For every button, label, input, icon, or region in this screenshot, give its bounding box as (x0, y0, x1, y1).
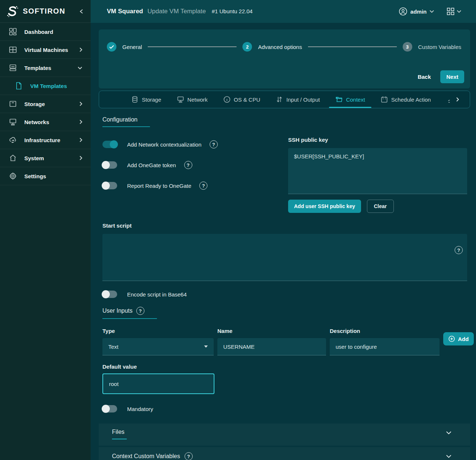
add-user-ssh-key-button[interactable]: Add user SSH public key (288, 200, 361, 213)
configuration-section-title: Configuration (102, 116, 150, 127)
sidebar-item-vm-templates[interactable]: VM Templates (0, 77, 91, 95)
system-icon (9, 154, 17, 162)
avatar-icon (399, 7, 407, 16)
user-inputs-section-title: User Inputs (102, 307, 157, 319)
networks-icon (9, 118, 17, 126)
start-script-textarea[interactable] (102, 234, 467, 281)
help-icon[interactable] (199, 182, 207, 190)
chevron-right-icon (79, 101, 83, 106)
step-general[interactable]: General (107, 42, 142, 52)
sidebar-item-label: Networks (24, 119, 49, 125)
context-tabs: Storage Network OS & CPU (99, 91, 470, 108)
sidebar-item-dashboard[interactable]: Dashboard (0, 23, 91, 41)
step-label: General (122, 44, 142, 50)
sidebar-item-label: Infrastructure (24, 137, 60, 143)
toggle-label: Encode script in Base64 (127, 291, 187, 298)
sidebar-item-label: Settings (24, 173, 46, 179)
step-custom-variables[interactable]: 3 Custom Variables (403, 42, 461, 52)
user-menu[interactable]: admin (399, 7, 434, 16)
softiron-logo-icon (6, 5, 19, 18)
apps-grid-icon (447, 7, 455, 15)
description-input[interactable] (330, 338, 440, 355)
tab-label: Schedule Action (391, 96, 431, 103)
sidebar-item-networks[interactable]: Networks (0, 113, 91, 131)
type-select-value: Text (108, 344, 119, 350)
toggle-switch[interactable] (102, 291, 117, 298)
tab-storage[interactable]: Storage (123, 91, 169, 108)
file-icon (15, 82, 23, 90)
resource-id: #1 Ubuntu 22.04 (212, 8, 253, 14)
help-icon[interactable] (210, 140, 218, 148)
toggle-add-onegate-token[interactable]: Add OneGate token (102, 161, 288, 169)
sidebar-collapse-icon[interactable] (80, 9, 83, 14)
toggle-switch[interactable] (102, 161, 117, 169)
breadcrumb: VM Squared Update VM Template #1 Ubuntu … (107, 8, 253, 15)
default-value-input[interactable] (102, 373, 214, 394)
toggle-mandatory[interactable]: Mandatory (102, 405, 467, 412)
toggle-switch[interactable] (102, 405, 117, 412)
sidebar-item-storage[interactable]: Storage (0, 95, 91, 113)
plus-circle-icon (448, 336, 455, 342)
toggle-encode-base64[interactable]: Encode script in Base64 (102, 291, 467, 298)
sidebar-item-label: Dashboard (24, 29, 53, 35)
toggle-add-network-contextualization[interactable]: Add Network contextualization (102, 140, 288, 148)
add-user-input-button[interactable]: Add (443, 332, 474, 345)
toggle-switch[interactable] (102, 141, 117, 148)
sidebar-item-label: Storage (24, 101, 45, 107)
chevron-down-icon[interactable] (446, 454, 452, 458)
monitor-icon (177, 96, 184, 103)
tab-label: OS & CPU (234, 96, 260, 103)
chevron-down-icon (457, 10, 461, 13)
sidebar-item-virtual-machines[interactable]: Virtual Machines (0, 41, 91, 59)
tab-context[interactable]: Context (328, 91, 373, 108)
help-icon[interactable] (184, 161, 192, 169)
name-label: Name (217, 328, 326, 334)
app-title: VM Squared (107, 8, 143, 15)
database-icon (131, 96, 139, 103)
description-label: Description (330, 328, 440, 334)
sidebar-item-system[interactable]: System (0, 149, 91, 167)
step-label: Advanced options (258, 44, 302, 50)
context-custom-variables-accordion[interactable]: Context Custom Variables (99, 447, 470, 460)
toggle-label: Mandatory (127, 406, 153, 412)
virtual-machines-icon (9, 46, 17, 54)
default-value-label: Default value (102, 364, 467, 370)
type-select[interactable]: Text (102, 338, 214, 355)
sidebar-item-settings[interactable]: Settings (0, 167, 91, 185)
help-icon[interactable] (455, 246, 463, 254)
arrows-up-down-icon (276, 96, 283, 103)
tab-os-cpu[interactable]: OS & CPU (216, 91, 268, 108)
wizard-stepper-card: General 2 Advanced options 3 Custom Vari… (99, 29, 470, 88)
tab-input-output[interactable]: Input / Output (268, 91, 328, 108)
sidebar-item-templates[interactable]: Templates (0, 59, 91, 77)
chevron-right-icon (79, 137, 83, 143)
sidebar-item-label: System (24, 155, 44, 161)
clear-ssh-key-button[interactable]: Clear (367, 200, 394, 213)
tabs-scroll-right-icon[interactable] (456, 96, 459, 102)
toggle-switch[interactable] (102, 182, 117, 189)
chevron-down-icon (77, 66, 83, 70)
storage-icon (9, 100, 17, 108)
tab-label: Network (188, 96, 208, 103)
files-accordion[interactable]: Files (99, 424, 470, 446)
dashboard-icon (9, 28, 17, 36)
stepper-connector (308, 46, 397, 47)
ssh-public-key-textarea[interactable] (288, 148, 467, 194)
tab-network[interactable]: Network (169, 91, 216, 108)
name-input[interactable] (217, 338, 326, 355)
context-form: Configuration Add Network contextualizat… (99, 108, 470, 412)
back-button[interactable]: Back (418, 74, 431, 80)
accordion-title-text: Files (112, 429, 125, 435)
apps-grid-menu[interactable] (447, 7, 461, 15)
sidebar-item-label: Virtual Machines (24, 47, 68, 53)
help-icon[interactable] (136, 307, 144, 315)
help-icon[interactable] (185, 452, 193, 460)
chevron-down-icon (430, 10, 434, 13)
tab-schedule-action[interactable]: Schedule Action (373, 91, 439, 108)
toggle-report-ready-onegate[interactable]: Report Ready to OneGate (102, 182, 288, 190)
next-button[interactable]: Next (440, 70, 464, 83)
accordion-title-text: Context Custom Variables (112, 453, 180, 460)
sidebar-item-infrastructure[interactable]: Infrastructure (0, 131, 91, 149)
step-advanced-options[interactable]: 2 Advanced options (242, 42, 302, 52)
chevron-down-icon[interactable] (446, 431, 452, 435)
